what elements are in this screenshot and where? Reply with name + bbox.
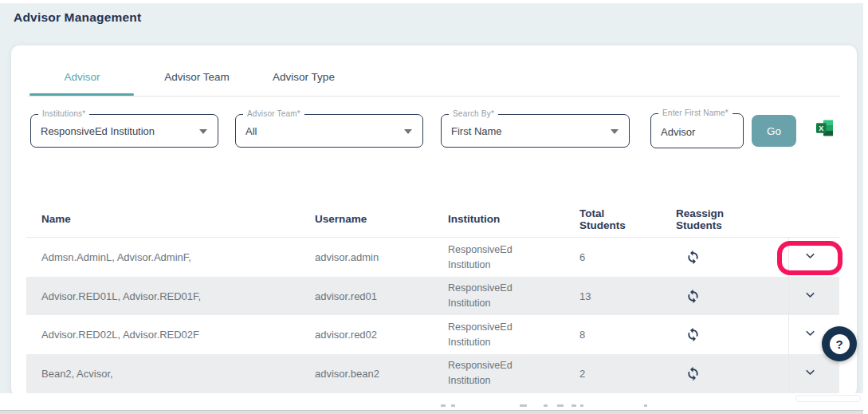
search-by-select[interactable]: Search By* First Name bbox=[441, 114, 630, 148]
sync-refresh-icon bbox=[685, 248, 701, 267]
cell-username: advisor.red02 bbox=[315, 315, 377, 354]
column-header-username: Username bbox=[315, 213, 367, 225]
tab-advisor[interactable]: Advisor bbox=[29, 71, 135, 83]
screen: Advisor Management Advisor Advisor Team … bbox=[0, 0, 868, 414]
reassign-students-button[interactable] bbox=[683, 287, 702, 306]
cell-username: advisor.red01 bbox=[315, 277, 377, 316]
column-header-name: Name bbox=[41, 213, 71, 225]
dropdown-caret-icon bbox=[199, 129, 207, 134]
top-edge-strip bbox=[0, 0, 868, 3]
pagination-clipped-text bbox=[544, 404, 548, 407]
cell-total-students: 13 bbox=[579, 277, 591, 316]
tab-advisor-type[interactable]: Advisor Type bbox=[251, 71, 356, 83]
cell-institution: ResponsiveEd Institution bbox=[448, 315, 529, 354]
expand-row-button[interactable] bbox=[797, 321, 823, 347]
expand-row-button[interactable] bbox=[797, 283, 823, 309]
pagination-clipped-text bbox=[451, 404, 455, 407]
table-row: Advisor.RED01L, Advisor.RED01F, advisor.… bbox=[26, 277, 839, 316]
search-by-label: Search By* bbox=[449, 109, 498, 118]
expand-row-button[interactable] bbox=[797, 244, 823, 270]
chevron-down-icon bbox=[803, 365, 817, 381]
advisor-team-value: All bbox=[245, 125, 257, 137]
pagination-bar bbox=[0, 393, 868, 411]
page-title: Advisor Management bbox=[14, 10, 141, 25]
cell-institution: ResponsiveEd Institution bbox=[448, 277, 529, 316]
chevron-down-icon bbox=[803, 249, 817, 265]
expand-row-button[interactable] bbox=[797, 361, 823, 386]
svg-text:X: X bbox=[819, 124, 823, 132]
search-by-value: First Name bbox=[451, 125, 502, 137]
tabs-divider-line bbox=[28, 96, 839, 97]
cell-institution: ResponsiveEd Institution bbox=[448, 354, 529, 393]
advisor-team-label: Advisor Team* bbox=[243, 109, 304, 118]
pagination-clipped-text bbox=[520, 404, 527, 407]
first-name-field: Enter First Name* bbox=[650, 113, 744, 148]
pagination-clipped-text bbox=[644, 404, 647, 407]
institutions-select[interactable]: Institutions* ResponsiveEd Institution bbox=[30, 114, 218, 148]
question-mark-icon: ? bbox=[830, 334, 850, 354]
help-button[interactable]: ? bbox=[822, 326, 857, 361]
reassign-students-button[interactable] bbox=[683, 325, 702, 345]
excel-icon: X bbox=[815, 127, 834, 139]
cell-institution: ResponsiveEd Institution bbox=[448, 238, 529, 277]
first-name-input[interactable] bbox=[659, 115, 736, 148]
tab-advisor-team[interactable]: Advisor Team bbox=[144, 71, 249, 83]
cell-name: Admsn.AdminL, Advisor.AdminF, bbox=[41, 238, 191, 277]
horizontal-scrollbar-thumb[interactable] bbox=[795, 395, 861, 402]
tab-advisor-team-label: Advisor Team bbox=[164, 71, 230, 83]
column-header-reassign-students: Reassign Students bbox=[676, 207, 733, 231]
dropdown-caret-icon bbox=[611, 129, 619, 134]
excel-export-button[interactable]: X bbox=[815, 120, 834, 137]
cell-name: Advisor.RED01L, Advisor.RED01F, bbox=[41, 277, 201, 316]
cell-total-students: 8 bbox=[579, 315, 585, 354]
column-header-total-students: Total Students bbox=[579, 207, 629, 231]
sync-refresh-icon bbox=[685, 365, 701, 384]
sync-refresh-icon bbox=[685, 325, 701, 345]
pagination-clipped-text bbox=[580, 404, 583, 407]
table-row: Bean2, Acvisor, advisor.bean2 Responsive… bbox=[26, 354, 839, 393]
table-row: Admsn.AdminL, Advisor.AdminF, advisor.ad… bbox=[26, 238, 839, 277]
go-button[interactable]: Go bbox=[752, 115, 796, 147]
column-separator-line bbox=[788, 238, 789, 392]
tab-advisor-label: Advisor bbox=[64, 71, 100, 83]
institutions-value: ResponsiveEd Institution bbox=[41, 125, 155, 137]
sync-refresh-icon bbox=[685, 287, 701, 306]
bottom-edge-strip bbox=[0, 411, 868, 414]
cell-name: Advisor.RED02L, Advisor.RED02F bbox=[41, 315, 199, 354]
chevron-down-icon bbox=[803, 326, 817, 342]
table-row: Advisor.RED02L, Advisor.RED02F advisor.r… bbox=[26, 315, 839, 354]
pagination-clipped-text bbox=[441, 404, 446, 407]
cell-total-students: 2 bbox=[579, 354, 585, 393]
cell-username: advisor.bean2 bbox=[315, 354, 379, 393]
dropdown-caret-icon bbox=[404, 129, 412, 134]
chevron-down-icon bbox=[803, 288, 817, 304]
cell-total-students: 6 bbox=[579, 238, 585, 277]
pagination-clipped-text bbox=[557, 404, 564, 407]
tab-advisor-type-label: Advisor Type bbox=[273, 71, 335, 83]
column-header-institution: Institution bbox=[448, 213, 500, 225]
right-edge-strip bbox=[863, 0, 868, 414]
advisor-team-select[interactable]: Advisor Team* All bbox=[235, 114, 423, 148]
reassign-students-button[interactable] bbox=[683, 365, 702, 384]
cell-name: Bean2, Acvisor, bbox=[41, 354, 113, 393]
cell-username: advisor.admin bbox=[315, 238, 379, 277]
pagination-clipped-text bbox=[571, 404, 576, 407]
institutions-label: Institutions* bbox=[38, 109, 89, 118]
reassign-students-button[interactable] bbox=[683, 248, 702, 267]
